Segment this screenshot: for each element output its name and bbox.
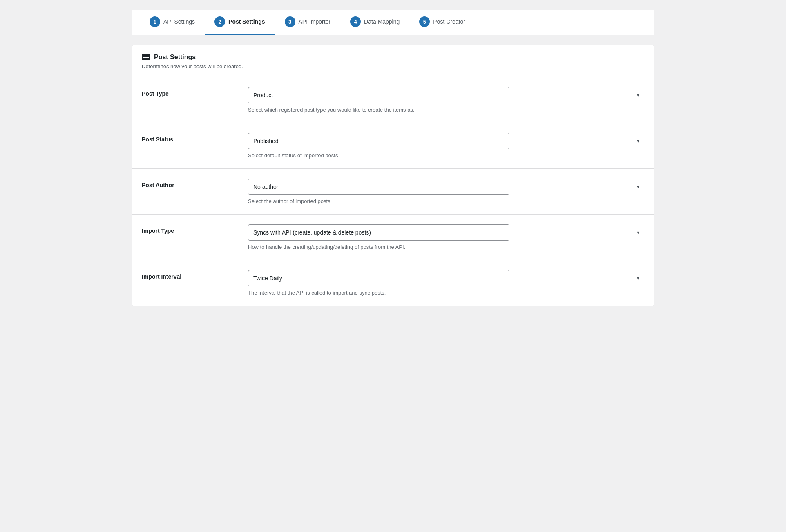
form-row-import-type: Import TypeSyncs with API (create, updat… xyxy=(132,215,654,260)
label-import-type: Import Type xyxy=(142,228,174,234)
field-col-post-status: PublishedDraftPendingPrivate▾Select defa… xyxy=(248,133,644,159)
hint-import-type: How to handle the creating/updating/dele… xyxy=(248,244,644,250)
select-wrapper-post-author: No authorAdminEditor▾ xyxy=(248,179,644,195)
wizard-step-api-settings[interactable]: 1 API Settings xyxy=(140,10,205,35)
label-post-author: Post Author xyxy=(142,182,174,188)
label-col-post-author: Post Author xyxy=(142,179,232,188)
form-row-post-author: Post AuthorNo authorAdminEditor▾Select t… xyxy=(132,169,654,215)
chevron-import-type: ▾ xyxy=(637,230,639,235)
select-post-type[interactable]: ProductPostPageCustom xyxy=(248,87,509,103)
step-label-post-settings: Post Settings xyxy=(228,18,265,25)
select-import-type[interactable]: Syncs with API (create, update & delete … xyxy=(248,224,509,241)
select-wrapper-post-type: ProductPostPageCustom▾ xyxy=(248,87,644,103)
hint-post-type: Select which registered post type you wo… xyxy=(248,107,644,113)
step-num-data-mapping: 4 xyxy=(350,16,361,27)
card-header-title: Post Settings xyxy=(142,54,644,61)
card-subtitle-text: Determines how your posts will be create… xyxy=(142,63,644,69)
select-wrapper-import-interval: Twice DailyDailyHourlyManual▾ xyxy=(248,270,644,286)
label-post-type: Post Type xyxy=(142,90,169,97)
card-header: Post Settings Determines how your posts … xyxy=(132,45,654,77)
select-post-status[interactable]: PublishedDraftPendingPrivate xyxy=(248,133,509,149)
chevron-import-interval: ▾ xyxy=(637,275,639,281)
step-label-api-importer: API Importer xyxy=(299,18,331,25)
step-num-post-creator: 5 xyxy=(419,16,430,27)
label-post-status: Post Status xyxy=(142,136,173,143)
step-num-api-settings: 1 xyxy=(150,16,160,27)
chevron-post-author: ▾ xyxy=(637,184,639,190)
label-col-post-status: Post Status xyxy=(142,133,232,143)
field-col-import-type: Syncs with API (create, update & delete … xyxy=(248,224,644,250)
hint-post-author: Select the author of imported posts xyxy=(248,198,644,204)
wizard-steps: 1 API Settings 2 Post Settings 3 API Imp… xyxy=(132,10,654,35)
hint-import-interval: The interval that the API is called to i… xyxy=(248,290,644,296)
select-import-interval[interactable]: Twice DailyDailyHourlyManual xyxy=(248,270,509,286)
chevron-post-type: ▾ xyxy=(637,92,639,98)
label-col-import-interval: Import Interval xyxy=(142,270,232,280)
form-rows-container: Post TypeProductPostPageCustom▾Select wh… xyxy=(132,77,654,306)
form-row-import-interval: Import IntervalTwice DailyDailyHourlyMan… xyxy=(132,260,654,306)
field-col-post-type: ProductPostPageCustom▾Select which regis… xyxy=(248,87,644,113)
hint-post-status: Select default status of imported posts xyxy=(248,152,644,159)
select-wrapper-import-type: Syncs with API (create, update & delete … xyxy=(248,224,644,241)
label-col-import-type: Import Type xyxy=(142,224,232,234)
label-import-interval: Import Interval xyxy=(142,273,181,280)
post-settings-icon xyxy=(142,54,150,60)
card-title-text: Post Settings xyxy=(154,54,196,61)
field-col-import-interval: Twice DailyDailyHourlyManual▾The interva… xyxy=(248,270,644,296)
main-card: Post Settings Determines how your posts … xyxy=(132,45,654,306)
select-post-author[interactable]: No authorAdminEditor xyxy=(248,179,509,195)
step-num-post-settings: 2 xyxy=(214,16,225,27)
wizard-step-data-mapping[interactable]: 4 Data Mapping xyxy=(340,10,409,35)
select-wrapper-post-status: PublishedDraftPendingPrivate▾ xyxy=(248,133,644,149)
chevron-post-status: ▾ xyxy=(637,138,639,144)
label-col-post-type: Post Type xyxy=(142,87,232,97)
wizard-step-api-importer[interactable]: 3 API Importer xyxy=(275,10,341,35)
step-label-post-creator: Post Creator xyxy=(433,18,465,25)
step-label-api-settings: API Settings xyxy=(163,18,195,25)
wizard-step-post-settings[interactable]: 2 Post Settings xyxy=(205,10,275,35)
step-label-data-mapping: Data Mapping xyxy=(364,18,400,25)
wizard-step-post-creator[interactable]: 5 Post Creator xyxy=(409,10,475,35)
page-wrapper: 1 API Settings 2 Post Settings 3 API Imp… xyxy=(123,0,663,316)
form-row-post-type: Post TypeProductPostPageCustom▾Select wh… xyxy=(132,77,654,123)
field-col-post-author: No authorAdminEditor▾Select the author o… xyxy=(248,179,644,204)
form-row-post-status: Post StatusPublishedDraftPendingPrivate▾… xyxy=(132,123,654,169)
step-num-api-importer: 3 xyxy=(285,16,295,27)
